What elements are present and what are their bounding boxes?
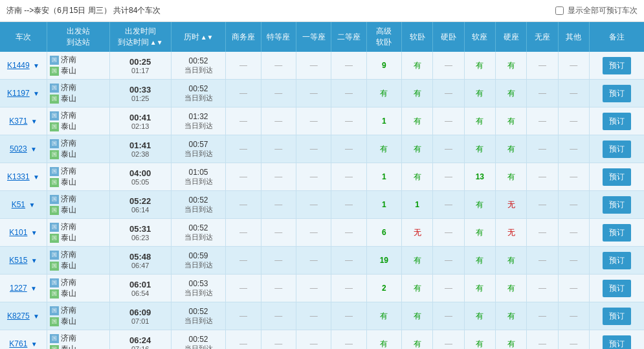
other-seat: —	[558, 330, 589, 350]
highsoft-seat: 19	[366, 247, 401, 275]
arrive-time: 06:23	[113, 234, 168, 242]
col-header-highsoft: 高级软卧	[366, 22, 401, 52]
book-button[interactable]: 预订	[603, 252, 631, 269]
noseat: —	[527, 52, 558, 80]
biz-seat: —	[226, 80, 261, 107]
train-link[interactable]: K51	[12, 200, 25, 209]
hard-seat: 有	[495, 107, 526, 135]
highsoft-seat: 有	[366, 80, 401, 107]
special-seat: —	[261, 52, 296, 80]
noseat: —	[527, 247, 558, 275]
second-seat: —	[331, 191, 366, 219]
hard-seat: 有	[495, 275, 526, 302]
arrive-time: 01:17	[113, 67, 168, 74]
book-button[interactable]: 预订	[603, 168, 631, 186]
train-link[interactable]: K8275	[7, 311, 30, 321]
duration-time: 00:52	[174, 307, 223, 316]
dropdown-arrow[interactable]: ▼	[30, 285, 37, 292]
station-cell: 国 济南 国 泰山	[47, 80, 109, 107]
train-link[interactable]: K1197	[7, 89, 30, 98]
from-icon: 国	[50, 84, 59, 93]
dropdown-arrow[interactable]: ▼	[33, 62, 39, 69]
noseat: —	[527, 191, 558, 219]
train-number-cell: 5023 ▼	[0, 135, 47, 163]
noseat: —	[527, 302, 558, 330]
train-number-cell: K8275 ▼	[0, 302, 47, 330]
train-link[interactable]: K371	[9, 117, 27, 126]
second-seat: —	[331, 302, 366, 330]
col-header-soft: 软座	[464, 22, 495, 52]
train-number-cell: K761 ▼	[0, 330, 47, 350]
second-seat: —	[331, 219, 366, 247]
col-header-first: 一等座	[296, 22, 331, 52]
dropdown-arrow[interactable]: ▼	[31, 257, 38, 264]
book-button[interactable]: 预订	[603, 224, 631, 242]
hardup-seat: —	[433, 247, 464, 275]
depart-time: 05:31	[113, 224, 168, 234]
dropdown-arrow[interactable]: ▼	[31, 118, 38, 125]
dropdown-arrow[interactable]: ▼	[33, 174, 39, 181]
train-link[interactable]: K761	[9, 339, 27, 348]
station-cell: 国 济南 国 泰山	[47, 302, 109, 330]
soft-seat: 有	[464, 302, 495, 330]
train-link[interactable]: K1449	[7, 61, 30, 70]
book-button[interactable]: 预订	[603, 85, 631, 102]
train-link[interactable]: 1227	[10, 284, 27, 293]
dropdown-arrow[interactable]: ▼	[30, 146, 37, 153]
softup-seat: 有	[402, 135, 433, 163]
header: 济南 -->泰安（6月15日 周三） 共计84个车次 显示全部可预订车次	[0, 0, 644, 22]
depart-time-cell: 00:41 02:13	[109, 107, 171, 135]
depart-time: 05:22	[113, 196, 168, 206]
book-cell: 预订	[589, 275, 644, 302]
book-button[interactable]: 预订	[603, 141, 631, 158]
train-number-cell: K51 ▼	[0, 191, 47, 219]
station-cell: 国 济南 国 泰山	[47, 330, 109, 350]
train-link[interactable]: K101	[9, 228, 27, 237]
book-button[interactable]: 预订	[603, 308, 631, 325]
to-station: 泰山	[61, 149, 76, 160]
train-link[interactable]: 5023	[10, 144, 27, 153]
book-button[interactable]: 预订	[603, 57, 631, 74]
to-station: 泰山	[61, 288, 76, 299]
highsoft-seat: 6	[366, 219, 401, 247]
table-row: K515 ▼ 国 济南 国 泰山 05:48 06:47 00:59 当日到达 …	[0, 247, 644, 275]
col-header-duration[interactable]: 历时▲▼	[171, 22, 226, 52]
duration-time: 00:52	[174, 196, 223, 205]
book-button[interactable]: 预订	[603, 335, 631, 350]
table-row: K51 ▼ 国 济南 国 泰山 05:22 06:14 00:52 当日到达 —…	[0, 191, 644, 219]
dropdown-arrow[interactable]: ▼	[28, 201, 35, 208]
depart-time-cell: 06:24 07:16	[109, 330, 171, 350]
second-seat: —	[331, 107, 366, 135]
dropdown-arrow[interactable]: ▼	[33, 313, 39, 320]
from-station: 济南	[61, 221, 76, 232]
dropdown-arrow[interactable]: ▼	[33, 90, 39, 97]
train-number-cell: K1331 ▼	[0, 163, 47, 191]
book-button[interactable]: 预订	[603, 113, 631, 130]
duration-cell: 00:52 当日到达	[171, 219, 226, 247]
depart-time-cell: 05:48 06:47	[109, 247, 171, 275]
from-station: 济南	[61, 138, 76, 149]
dropdown-arrow[interactable]: ▼	[31, 341, 38, 348]
hard-seat: 无	[495, 191, 526, 219]
book-button[interactable]: 预订	[603, 280, 631, 297]
same-day-label: 当日到达	[174, 288, 223, 298]
first-seat: —	[296, 80, 331, 107]
train-link[interactable]: K515	[9, 256, 27, 265]
train-link[interactable]: K1331	[7, 172, 30, 181]
duration-cell: 00:57 当日到达	[171, 135, 226, 163]
route-info: 济南 -->泰安（6月15日 周三） 共计84个车次	[6, 5, 161, 16]
softup-seat: 有	[402, 80, 433, 107]
train-number-cell: K101 ▼	[0, 219, 47, 247]
same-day-label: 当日到达	[174, 93, 223, 103]
arrive-time: 02:13	[113, 122, 168, 130]
dropdown-arrow[interactable]: ▼	[31, 229, 38, 236]
station-cell: 国 济南 国 泰山	[47, 247, 109, 275]
depart-time-cell: 06:09 07:01	[109, 302, 171, 330]
hardup-seat: —	[433, 219, 464, 247]
book-button[interactable]: 预订	[603, 196, 631, 214]
col-header-depart[interactable]: 出发时间到达时间▲▼	[109, 22, 171, 52]
first-seat: —	[296, 163, 331, 191]
show-all-checkbox[interactable]	[555, 6, 564, 15]
col-header-hardup: 硬卧	[433, 22, 464, 52]
special-seat: —	[261, 302, 296, 330]
